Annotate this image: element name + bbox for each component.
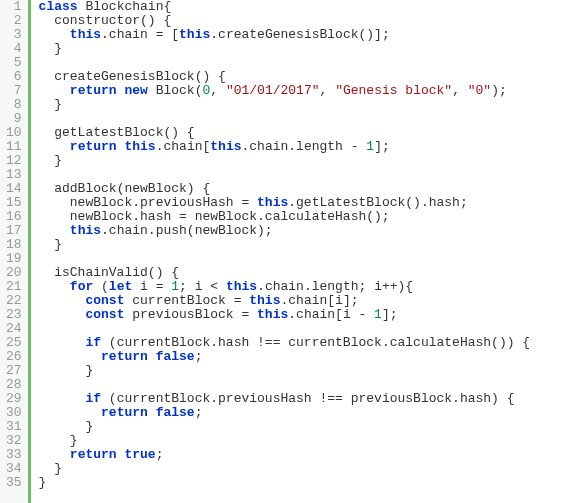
code-line: return new Block(0, "01/01/2017", "Genes… bbox=[39, 84, 531, 98]
line-number: 23 bbox=[6, 308, 22, 322]
code-line: newBlock.hash = newBlock.calculateHash()… bbox=[39, 210, 531, 224]
token-name: createGenesisBlock bbox=[39, 69, 195, 84]
token-num: 1 bbox=[374, 307, 382, 322]
token-kw: return bbox=[70, 83, 117, 98]
token-kw: const bbox=[85, 307, 124, 322]
code-editor: 1234567891011121314151617181920212223242… bbox=[0, 0, 584, 503]
code-line: return false; bbox=[39, 406, 531, 420]
token-name bbox=[148, 349, 156, 364]
line-number: 12 bbox=[6, 154, 22, 168]
token-punct: } bbox=[39, 97, 62, 112]
token-kw: for bbox=[70, 279, 93, 294]
token-punct: , bbox=[320, 83, 336, 98]
token-kw: return bbox=[101, 349, 148, 364]
token-this: this bbox=[210, 139, 241, 154]
token-name: constructor bbox=[39, 13, 140, 28]
token-name: newBlock.hash = newBlock.calculateHash()… bbox=[39, 209, 390, 224]
token-punct: } bbox=[39, 419, 94, 434]
token-punct: ; bbox=[156, 447, 164, 462]
token-name bbox=[39, 349, 101, 364]
line-number: 16 bbox=[6, 210, 22, 224]
token-kw: new bbox=[124, 83, 147, 98]
line-number-gutter: 1234567891011121314151617181920212223242… bbox=[0, 0, 31, 503]
line-number: 8 bbox=[6, 98, 22, 112]
token-this: this bbox=[257, 195, 288, 210]
token-name bbox=[39, 279, 70, 294]
token-punct: .chain[i]; bbox=[280, 293, 358, 308]
token-this: this bbox=[70, 27, 101, 42]
token-this: this bbox=[257, 307, 288, 322]
line-number: 20 bbox=[6, 266, 22, 280]
code-line: } bbox=[39, 420, 531, 434]
token-kw: return bbox=[70, 139, 117, 154]
token-num: 1 bbox=[171, 279, 179, 294]
token-punct: () { bbox=[140, 13, 171, 28]
token-str: "01/01/2017" bbox=[226, 83, 320, 98]
token-kw: if bbox=[85, 335, 101, 350]
token-this: this bbox=[179, 27, 210, 42]
token-this: this bbox=[249, 293, 280, 308]
code-line: addBlock(newBlock) { bbox=[39, 182, 531, 196]
line-number: 15 bbox=[6, 196, 22, 210]
token-punct: .chain[i - bbox=[288, 307, 374, 322]
token-punct: .chain[ bbox=[156, 139, 211, 154]
line-number: 31 bbox=[6, 420, 22, 434]
token-name bbox=[39, 391, 86, 406]
code-line: for (let i = 1; i < this.chain.length; i… bbox=[39, 280, 531, 294]
token-punct: () { bbox=[148, 265, 179, 280]
token-name bbox=[39, 83, 70, 98]
code-line bbox=[39, 56, 531, 70]
line-number: 3 bbox=[6, 28, 22, 42]
code-line bbox=[39, 252, 531, 266]
code-line: createGenesisBlock() { bbox=[39, 70, 531, 84]
token-this: this bbox=[226, 279, 257, 294]
token-name: getLatestBlock bbox=[39, 125, 164, 140]
token-punct: .chain.length; i++){ bbox=[257, 279, 413, 294]
code-line: if (currentBlock.hash !== currentBlock.c… bbox=[39, 336, 531, 350]
line-number: 32 bbox=[6, 434, 22, 448]
token-str: "Genesis block" bbox=[335, 83, 452, 98]
token-punct: } bbox=[39, 475, 47, 490]
token-name bbox=[39, 307, 86, 322]
token-bool: true bbox=[124, 447, 155, 462]
token-name bbox=[39, 447, 70, 462]
token-punct: .getLatestBlock().hash; bbox=[288, 195, 467, 210]
line-number: 33 bbox=[6, 448, 22, 462]
code-line bbox=[39, 168, 531, 182]
code-line: isChainValid() { bbox=[39, 266, 531, 280]
token-bool: false bbox=[156, 349, 195, 364]
token-kw: class bbox=[39, 0, 78, 14]
line-number: 35 bbox=[6, 476, 22, 490]
code-line: } bbox=[39, 434, 531, 448]
token-punct: } bbox=[39, 237, 62, 252]
token-name bbox=[39, 335, 86, 350]
token-name: i = bbox=[132, 279, 171, 294]
token-punct: ; bbox=[195, 405, 203, 420]
token-punct: (currentBlock.previousHash !== previousB… bbox=[101, 391, 514, 406]
code-line: return true; bbox=[39, 448, 531, 462]
line-number: 7 bbox=[6, 84, 22, 98]
line-number: 27 bbox=[6, 364, 22, 378]
line-number: 10 bbox=[6, 126, 22, 140]
code-line: return false; bbox=[39, 350, 531, 364]
token-punct: ; bbox=[195, 349, 203, 364]
token-punct: .chain = [ bbox=[101, 27, 179, 42]
token-punct: } bbox=[39, 433, 78, 448]
token-name: currentBlock = bbox=[124, 293, 249, 308]
line-number: 29 bbox=[6, 392, 22, 406]
token-name bbox=[148, 405, 156, 420]
token-punct: } bbox=[39, 461, 62, 476]
line-number: 6 bbox=[6, 70, 22, 84]
line-number: 11 bbox=[6, 140, 22, 154]
token-this: this bbox=[70, 223, 101, 238]
token-str: "0" bbox=[468, 83, 491, 98]
token-name bbox=[39, 293, 86, 308]
line-number: 22 bbox=[6, 294, 22, 308]
line-number: 21 bbox=[6, 280, 22, 294]
token-name bbox=[39, 223, 70, 238]
code-line: return this.chain[this.chain.length - 1]… bbox=[39, 140, 531, 154]
token-punct: ); bbox=[491, 83, 507, 98]
token-name bbox=[39, 27, 70, 42]
token-name: previousBlock = bbox=[124, 307, 257, 322]
line-number: 19 bbox=[6, 252, 22, 266]
